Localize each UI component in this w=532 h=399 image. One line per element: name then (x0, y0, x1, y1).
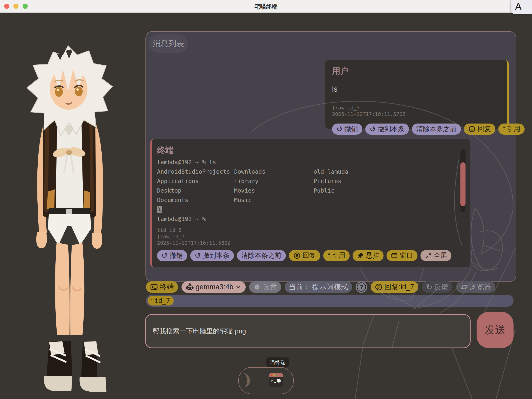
dock-bar: >_ (238, 367, 294, 394)
window-icon (391, 252, 398, 259)
reply-doc-icon (375, 283, 383, 291)
overlay-panel-corner: A (511, 0, 532, 14)
terminal-row: DocumentsMusic (157, 195, 463, 205)
send-button[interactable]: 发送 (477, 312, 513, 348)
dock-tooltip: 喵终端 (266, 357, 289, 367)
terminal-icon (150, 283, 158, 291)
clear-before-button[interactable]: 清除本条之前 (237, 250, 286, 261)
window-button[interactable]: 窗口 (386, 250, 418, 261)
browser-button[interactable]: 浏览器 (456, 281, 495, 293)
terminal-card-actions: ↺ 撤销 ↺ 撤到本条 清除本条之前 回复 “ (157, 250, 463, 261)
terminal-row: AndroidStudioProjectsDownloadsold_lamuda (157, 167, 463, 176)
quote-icon: “ (503, 125, 505, 133)
terminal-row: DesktopMoviesPublic (157, 186, 463, 195)
help-icon: ? (357, 282, 366, 292)
help-button[interactable]: ? (356, 281, 367, 293)
clear-before-button[interactable]: 清除本条之前 (412, 124, 461, 135)
terminal-tid: tid id_6 (157, 227, 463, 234)
user-message-card: 用户 ls [raw]id_5 2025-11-12T17:16:11.570Z… (325, 60, 509, 129)
overlay-letter: A (515, 1, 522, 12)
reply-button[interactable]: 回复 (464, 124, 495, 135)
terminal-cursor: % (157, 206, 162, 213)
terminal-cursor-line: % (157, 205, 463, 214)
feedback-button[interactable]: ↻ 反馈 (422, 281, 453, 293)
quote-button[interactable]: “ 引用 (498, 124, 525, 135)
terminal-timestamp: 2025-11-12T17:16:11.580Z (157, 240, 463, 246)
settings-button[interactable]: 设置 (249, 281, 281, 293)
undo-to-message-button[interactable]: ↺ 撤到本条 (365, 124, 409, 135)
gear-icon (253, 283, 261, 291)
user-raw-id: [raw]id_5 (332, 105, 500, 111)
user-message-meta: [raw]id_5 2025-11-12T17:16:11.570Z (332, 105, 500, 118)
terminal-mode-button[interactable]: 终端 (146, 281, 178, 293)
quote-reference-chip[interactable]: “ id_7 (147, 296, 174, 305)
user-timestamp: 2025-11-12T17:16:11.570Z (332, 111, 500, 118)
terminal-prompt-line: lambda@192 ~ % ls (157, 158, 463, 167)
undo-to-icon: ↺ (195, 252, 201, 259)
reply-doc-icon (468, 125, 476, 133)
quote-icon: “ (151, 297, 153, 304)
dock-dot-green (276, 374, 277, 376)
reply-button[interactable]: 回复 (289, 250, 320, 261)
terminal-scrollbar-track[interactable] (460, 149, 466, 212)
fullscreen-icon (425, 252, 432, 259)
titlebar: 宅喵终端 (0, 0, 532, 13)
dock-terminal-app-icon[interactable]: >_ (269, 373, 283, 387)
dock-dot-yellow (273, 374, 275, 376)
reply-reference-button[interactable]: 回复:id_7 (371, 281, 418, 293)
model-selector[interactable]: gemma3:4b (182, 281, 246, 293)
dock-dot-red (271, 374, 272, 376)
composer-input[interactable]: 帮我搜索一下电脑里的宅喵.png (145, 314, 471, 348)
undo-icon: ↺ (336, 125, 343, 133)
pin-button[interactable]: 悬挂 (353, 250, 384, 261)
quote-icon: “ (328, 252, 330, 259)
terminal-scrollbar-thumb[interactable] (460, 162, 466, 206)
terminal-output: lambda@192 ~ % ls AndroidStudioProjectsD… (157, 158, 463, 224)
undo-button[interactable]: ↺ 撤销 (157, 250, 187, 261)
dock-crescent-icon[interactable] (243, 373, 254, 389)
fullscreen-button[interactable]: 全屏 (420, 250, 451, 261)
quote-button[interactable]: “ 引用 (323, 250, 350, 261)
current-mode-indicator: 当前： 提示词模式 (285, 281, 352, 293)
user-role-label: 用户 (332, 66, 500, 77)
undo-button[interactable]: ↺ 撤销 (332, 124, 362, 135)
planet-icon (460, 283, 468, 291)
terminal-message-meta: tid id_6 [raw]id_7 2025-11-12T17:16:11.5… (157, 227, 463, 246)
terminal-row: ApplicationsLibraryPictures (157, 176, 463, 186)
user-message-content: ls (332, 85, 500, 94)
user-card-actions: ↺ 撤销 ↺ 撤到本条 清除本条之前 回复 “ (332, 124, 500, 135)
message-list-panel: 消息列表 用户 ls [raw]id_5 2025-11-12T17:16:11… (146, 31, 516, 282)
undo-icon: ↺ (161, 252, 168, 259)
dock-icon-prompt: >_ (269, 377, 283, 383)
refresh-icon: ↻ (426, 283, 433, 291)
message-list-label: 消息列表 (149, 34, 188, 53)
pin-icon (357, 252, 364, 259)
terminal-raw-id: [raw]id_7 (157, 234, 463, 240)
terminal-role-label: 终端 (157, 145, 463, 156)
paw-dot-icon (277, 379, 281, 383)
dock-icon-titlebar (269, 373, 283, 377)
bottom-toolbar: 终端 gemma3:4b (146, 281, 495, 293)
app-window: 宅喵终端 A (0, 0, 532, 399)
reply-doc-icon (293, 252, 301, 259)
undo-to-icon: ↺ (370, 125, 376, 133)
terminal-message-card: 终端 lambda@192 ~ % ls AndroidStudioProjec… (150, 139, 470, 267)
window-title: 宅喵终端 (0, 3, 532, 10)
mascot-character-illustration (22, 44, 117, 396)
undo-to-message-button[interactable]: ↺ 撤到本条 (190, 250, 234, 261)
chevron-down-icon (235, 284, 241, 290)
robot-icon (186, 283, 194, 291)
quote-reference-band: “ id_7 (146, 295, 513, 307)
terminal-prompt-line2: lambda@192 ~ % (157, 214, 463, 224)
